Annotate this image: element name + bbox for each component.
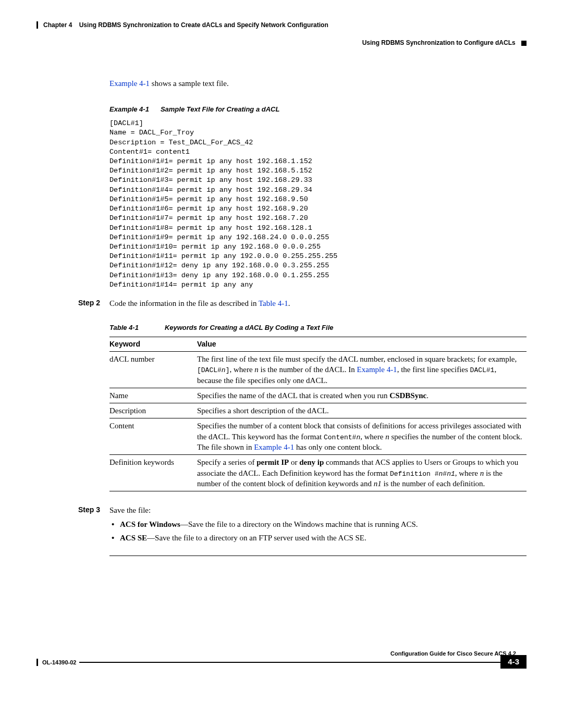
th-keyword: Keyword xyxy=(109,337,197,351)
step-3-text: Save the file: xyxy=(109,506,151,514)
table-row: Description Specifies a short descriptio… xyxy=(109,403,527,418)
td-value: Specify a series of permit IP or deny ip… xyxy=(197,455,527,491)
page-number-badge: 4-3 xyxy=(500,655,527,669)
square-marker-icon xyxy=(521,41,527,46)
step-2-label: Step 2 xyxy=(36,298,109,491)
table-label: Table 4-1 xyxy=(109,324,139,331)
section-title: Using RDBMS Synchronization to Configure… xyxy=(362,39,516,46)
example-title: Sample Text File for Creating a dACL xyxy=(161,105,280,113)
table-row: Definition keywords Specify a series of … xyxy=(109,455,527,491)
step-3-bullets: ACS for Windows—Save the file to a direc… xyxy=(109,519,527,544)
example-ref-link[interactable]: Example 4-1 xyxy=(357,365,397,374)
intro-paragraph: Example 4-1 shows a sample text file. Ex… xyxy=(109,78,527,290)
footer-bar: OL-14390-02 xyxy=(36,659,527,667)
td-keyword: Content xyxy=(109,418,197,455)
table-row: Name Specifies the name of the dACL that… xyxy=(109,388,527,403)
example-label: Example 4-1 xyxy=(109,105,149,113)
step-3-body: Save the file: ACS for Windows—Save the … xyxy=(109,505,527,546)
footer-bar-icon xyxy=(36,659,38,666)
step-2-row: Step 2 Code the information in the file … xyxy=(36,298,527,491)
example-code-block: [DACL#1] Name = DACL_For_Troy Descriptio… xyxy=(109,119,527,290)
header-bar-icon xyxy=(36,21,38,29)
table-title: Keywords for Creating a dACL By Coding a… xyxy=(165,324,334,331)
list-item: ACS for Windows—Save the file to a direc… xyxy=(109,519,527,529)
th-value: Value xyxy=(197,337,527,351)
td-keyword: Description xyxy=(109,403,197,418)
td-value: Specifies the number of a content block … xyxy=(197,418,527,455)
step-2-body: Code the information in the file as desc… xyxy=(109,298,527,491)
chapter-label: Chapter 4 Using RDBMS Synchronization to… xyxy=(43,21,328,29)
example-caption: Example 4-1Sample Text File for Creating… xyxy=(109,105,527,114)
table-row: dACL number The first line of the text f… xyxy=(109,351,527,388)
section-title-row: Using RDBMS Synchronization to Configure… xyxy=(36,39,527,47)
step-3-label: Step 3 xyxy=(36,505,109,546)
td-value: Specifies a short description of the dAC… xyxy=(197,403,527,418)
td-value: Specifies the name of the dACL that is c… xyxy=(197,388,527,403)
td-keyword: Definition keywords xyxy=(109,455,197,491)
intro-after: shows a sample text file. xyxy=(150,79,229,88)
td-keyword: Name xyxy=(109,388,197,403)
footer-guide-title: Configuration Guide for Cisco Secure ACS… xyxy=(36,650,527,658)
table-row: Content Specifies the number of a conten… xyxy=(109,418,527,455)
example-ref-link[interactable]: Example 4-1 xyxy=(109,79,150,88)
step-2-text: Code the information in the file as desc… xyxy=(109,299,259,307)
table-ref-link[interactable]: Table 4-1 xyxy=(259,299,288,307)
table-header-row: Keyword Value xyxy=(109,337,527,351)
page-footer: Configuration Guide for Cisco Secure ACS… xyxy=(36,650,527,667)
step-3-row: Step 3 Save the file: ACS for Windows—Sa… xyxy=(36,505,527,546)
header-row: Chapter 4 Using RDBMS Synchronization to… xyxy=(36,21,527,29)
table-caption: Table 4-1Keywords for Creating a dACL By… xyxy=(109,323,527,332)
keywords-table: Keyword Value dACL number The first line… xyxy=(109,337,527,492)
td-keyword: dACL number xyxy=(109,351,197,388)
footer-ol-number: OL-14390-02 xyxy=(42,659,76,667)
section-end-rule xyxy=(109,556,527,556)
list-item: ACS SE—Save the file to a directory on a… xyxy=(109,533,527,543)
td-value: The first line of the text file must spe… xyxy=(197,351,527,388)
example-ref-link[interactable]: Example 4-1 xyxy=(254,443,294,451)
step-2-after: . xyxy=(288,299,290,307)
footer-rule xyxy=(79,662,518,663)
